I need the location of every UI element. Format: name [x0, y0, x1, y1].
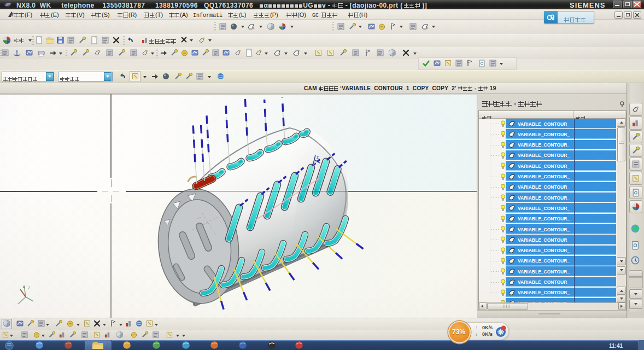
svg-text:z: z: [317, 155, 319, 160]
svg-text:Z: Z: [28, 286, 31, 290]
